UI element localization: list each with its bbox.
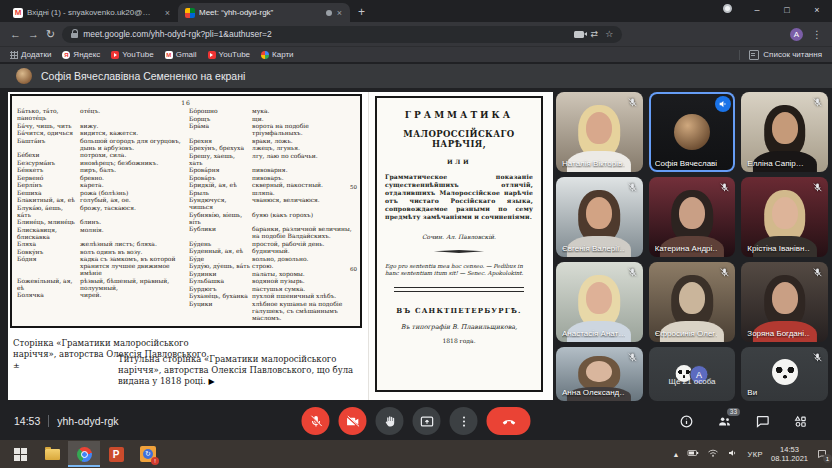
dictionary-entry: Брыльшляпа.	[189, 189, 355, 196]
dictionary-entry: Бурдюгъпастушья сумка.	[189, 285, 355, 292]
meeting-code: yhh-odyd-rgk	[48, 415, 118, 427]
tab-gmail[interactable]: M Вхідні (1) - snyakovenko.uk20@… ×	[6, 3, 178, 22]
bookmark-apps[interactable]: Додатки	[10, 50, 51, 59]
participant-tile[interactable]: Наталія Вікторів…	[556, 92, 643, 172]
activities-button[interactable]	[793, 414, 808, 429]
close-button[interactable]: ×	[802, 0, 832, 20]
reading-list-button[interactable]: Список читання	[739, 50, 822, 60]
participant-tile[interactable]: А Ще 21 особа	[649, 347, 736, 401]
bookmark-gmail[interactable]: MGmail	[165, 50, 197, 59]
cursor-mark: ±	[13, 361, 20, 370]
bookmark-maps[interactable]: Карти	[261, 50, 294, 59]
participants-button[interactable]: 33	[717, 414, 732, 429]
participant-tile[interactable]: Єфросинія Олег…	[649, 262, 736, 342]
meeting-details-button[interactable]	[679, 414, 694, 429]
tab-meet[interactable]: Meet: “yhh-odyd-rgk” ×	[178, 3, 350, 22]
panda-avatar	[772, 359, 798, 385]
dictionary-entry: Бéнкетъпиръ, балъ.	[17, 166, 183, 173]
present-screen-button[interactable]	[413, 407, 441, 435]
back-button[interactable]: ←	[10, 29, 21, 40]
dictionary-entry: Бешихарожа (болѣзнь)	[17, 189, 183, 196]
maximize-button[interactable]: □	[772, 0, 802, 20]
bookmark-youtube[interactable]: YouTube	[111, 50, 153, 59]
file-explorer-button[interactable]	[36, 441, 68, 467]
mic-muted-icon	[811, 266, 824, 279]
tab-strip: M Вхідні (1) - snyakovenko.uk20@… × Meet…	[0, 0, 832, 22]
lock-icon	[71, 33, 78, 38]
new-tab-button[interactable]: +	[358, 5, 365, 19]
participant-tile[interactable]: Елліна Сапір…	[741, 92, 828, 172]
minimize-button[interactable]: –	[742, 0, 772, 20]
dictionary-entry: Будýю, дýешь, вáтьстрою.	[189, 262, 355, 269]
chat-button[interactable]	[755, 414, 770, 429]
wifi-icon[interactable]	[707, 445, 719, 463]
divider	[434, 250, 484, 253]
shared-screen: 16 Бáтько, тáто, панотéцьотéцъ.Бáчу, чиш…	[8, 92, 552, 400]
participant-tile[interactable]: Софія Вячеславів…	[649, 92, 736, 172]
divider	[394, 287, 524, 292]
more-options-button[interactable]	[450, 407, 478, 435]
dictionary-entry: Бáтько, тáто, панотéцьотéцъ.	[17, 107, 183, 121]
powerpoint-taskbar-button[interactable]: P	[100, 441, 132, 467]
participant-tile[interactable]: Крістіна Іванівн…	[741, 177, 828, 257]
updater-taskbar-button[interactable]: ↻ !	[132, 441, 164, 467]
camera-in-use-icon[interactable]	[574, 31, 584, 38]
dictionary-entry: Блукáю, áешь, кáтьброжу, таскаюся.	[17, 204, 183, 218]
tab-close-icon[interactable]: ×	[164, 8, 171, 18]
book-year: 1818 года.	[442, 337, 475, 344]
participant-tile[interactable]: Зоряна Богдані…	[741, 262, 828, 342]
tray-expand-icon[interactable]: ▲	[672, 451, 679, 458]
raise-hand-button[interactable]	[376, 407, 404, 435]
notification-badge: 1	[823, 454, 832, 463]
book-title: ГРАММАТИКА	[405, 110, 513, 120]
start-button[interactable]	[4, 441, 36, 467]
record-indicator-icon	[712, 0, 742, 20]
presenting-banner: Софія Вячеславівна Семененко на екрані	[0, 64, 832, 88]
dictionary-entry: Брехнявраки, ложь.	[189, 137, 355, 144]
end-call-button[interactable]	[487, 407, 531, 435]
dictionary-entry: Бáчу, чишь, читьвижу.	[17, 122, 183, 129]
dictionary-entry: Болячкачирей.	[17, 291, 183, 298]
folder-icon	[45, 449, 60, 460]
chrome-taskbar-button[interactable]	[68, 441, 100, 467]
tab-title: Meet: “yhh-odyd-rgk”	[199, 8, 322, 17]
participant-tile[interactable]: Анастасія Анат…	[556, 262, 643, 342]
browser-menu-icon[interactable]: ⋮	[812, 29, 822, 40]
camera-off-button[interactable]	[339, 407, 367, 435]
mic-off-button[interactable]	[302, 407, 330, 435]
action-center-button[interactable]: 1	[816, 448, 828, 460]
bookmark-youtube-2[interactable]: YouTube	[208, 50, 250, 59]
yandex-icon: Я	[62, 51, 70, 59]
dictionary-column-1: Бáтько, тáто, панотéцьотéцъ.Бáчу, чишь, …	[17, 107, 183, 321]
taskbar-clock[interactable]: 14:53 08.11.2021	[771, 445, 808, 463]
mic-muted-icon	[626, 266, 639, 279]
volume-icon[interactable]	[727, 445, 739, 463]
reload-button[interactable]: ↻	[46, 29, 55, 40]
address-bar[interactable]: meet.google.com/yhh-odyd-rgk?pli=1&authu…	[62, 26, 622, 43]
taskbar: P ↻ ! ▲ УКР 14:53 08.11.2021 1	[0, 440, 832, 468]
dictionary-entry: Бубнявíю, вíешь, вíтьбуяю (какъ горохъ)	[189, 211, 355, 225]
battery-icon[interactable]	[687, 445, 699, 463]
participant-tile[interactable]: Анна Олександ…	[556, 347, 643, 401]
dictionary-page: 16 Бáтько, тáто, панотéцьотéцъ.Бáчу, чиш…	[10, 94, 362, 328]
participant-name: Євгенія Валерії…	[562, 244, 625, 253]
profile-avatar[interactable]: A	[790, 28, 803, 41]
dictionary-entry: Бéбехипотрохи, сила.	[17, 151, 183, 158]
language-indicator[interactable]: УКР	[747, 450, 763, 459]
forward-button[interactable]: →	[28, 29, 39, 40]
tab-close-icon[interactable]: ×	[336, 8, 343, 18]
margin-line-number: 60	[350, 266, 357, 272]
page-number: 16	[17, 99, 355, 106]
bookmark-star-icon[interactable]: ☆	[605, 29, 613, 39]
dictionary-entry: Бундючуся, чишьсячванюся, величаюся.	[189, 196, 355, 210]
dictionary-entry: Блискавиця, блискавкамолнія.	[17, 226, 183, 240]
participant-tile[interactable]: Катерина Андрі…	[649, 177, 736, 257]
participant-name: Анна Олександ…	[562, 388, 625, 397]
title-page-slide: ГРАММАТИКА МАЛОРОССІЙСКАГО НАРѢЧІЯ, ИЛИ …	[368, 92, 553, 400]
book-city: ВЪ САНКТПЕТЕРБУРГѢ.	[396, 306, 521, 315]
translate-icon[interactable]: ⇄	[591, 29, 599, 39]
participant-tile[interactable]: Євгенія Валерії…	[556, 177, 643, 257]
dictionary-entry: Берлíнъкарета.	[17, 181, 183, 188]
bookmark-yandex[interactable]: ЯЯндекс	[62, 50, 100, 59]
participant-tile[interactable]: Ви	[741, 347, 828, 401]
